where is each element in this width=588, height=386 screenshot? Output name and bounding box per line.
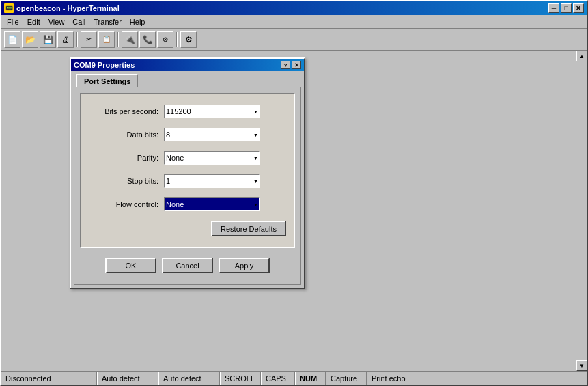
tab-strip: Port Settings: [71, 71, 304, 87]
toolbar-hangup[interactable]: ⊗: [157, 31, 173, 48]
toolbar-dial[interactable]: 📞: [139, 31, 156, 48]
maximize-button[interactable]: □: [561, 3, 572, 13]
status-scroll: SCROLL: [220, 372, 261, 385]
flow-control-wrapper: None Xon / Xoff Hardware: [164, 197, 260, 211]
parity-select[interactable]: None Even Odd Mark Space: [164, 151, 260, 165]
flow-control-label: Flow control:: [89, 200, 164, 208]
ok-button[interactable]: OK: [105, 258, 156, 273]
menu-transfer[interactable]: Transfer: [89, 16, 126, 27]
com9-properties-dialog: COM9 Properties ? ✕ Port Settings Bits p…: [70, 57, 305, 289]
data-bits-select[interactable]: 5 6 7 8: [164, 128, 260, 141]
toolbar-open[interactable]: 📂: [22, 31, 38, 48]
form-panel: Bits per second: 110 300 600 1200 2400 4…: [80, 93, 295, 248]
dialog-title-buttons: ? ✕: [281, 61, 301, 69]
status-bar: Disconnected Auto detect Auto detect SCR…: [1, 371, 587, 385]
close-button[interactable]: ✕: [573, 3, 584, 13]
stop-bits-select[interactable]: 1 1.5 2: [164, 174, 260, 188]
scroll-up-btn[interactable]: ▲: [576, 51, 587, 61]
minimize-button[interactable]: ─: [548, 3, 559, 13]
data-bits-row: Data bits: 5 6 7 8: [89, 128, 286, 141]
status-auto-detect-2: Auto detect: [158, 372, 220, 385]
flow-control-select[interactable]: None Xon / Xoff Hardware: [164, 197, 260, 211]
toolbar-new[interactable]: 📄: [4, 31, 20, 48]
toolbar-cut[interactable]: ✂: [81, 31, 97, 48]
dialog-title: COM9 Properties: [74, 61, 135, 69]
toolbar-copy[interactable]: 📋: [98, 31, 115, 48]
menu-view[interactable]: View: [44, 16, 69, 27]
toolbar-sep-2: [117, 32, 119, 47]
bits-per-second-wrapper: 110 300 600 1200 2400 4800 9600 14400 19…: [164, 105, 260, 118]
status-print-echo: Print echo: [367, 372, 421, 385]
menu-call[interactable]: Call: [68, 16, 89, 27]
toolbar-sep-1: [76, 32, 78, 47]
bits-per-second-select[interactable]: 110 300 600 1200 2400 4800 9600 14400 19…: [164, 105, 260, 118]
toolbar-print[interactable]: 🖨: [57, 31, 74, 48]
dialog-buttons: OK Cancel Apply: [80, 253, 295, 279]
data-bits-wrapper: 5 6 7 8: [164, 128, 260, 141]
status-disconnected: Disconnected: [1, 372, 97, 385]
toolbar-save[interactable]: 💾: [40, 31, 56, 48]
right-scrollbar: ▲ ▼: [576, 51, 587, 371]
title-bar-left: 📟 openbeacon - HyperTerminal: [4, 3, 120, 13]
status-auto-detect-1: Auto detect: [97, 372, 158, 385]
toolbar-settings[interactable]: ⚙: [180, 31, 197, 48]
dialog-content: Bits per second: 110 300 600 1200 2400 4…: [74, 87, 301, 285]
parity-label: Parity:: [89, 154, 164, 162]
bits-per-second-label: Bits per second:: [89, 107, 164, 115]
main-window: 📟 openbeacon - HyperTerminal ─ □ ✕ File …: [0, 0, 588, 386]
restore-defaults-row: Restore Defaults: [89, 221, 286, 236]
app-icon: 📟: [4, 3, 14, 13]
stop-bits-wrapper: 1 1.5 2: [164, 174, 260, 188]
menu-help[interactable]: Help: [126, 16, 150, 27]
content-area: ▲ ▼ COM9 Properties ? ✕ Port Settings: [1, 51, 587, 371]
scroll-down-btn[interactable]: ▼: [576, 360, 587, 371]
toolbar-sep-3: [176, 32, 178, 47]
dialog-title-bar: COM9 Properties ? ✕: [71, 59, 304, 71]
toolbar: 📄 📂 💾 🖨 ✂ 📋 🔌 📞 ⊗ ⚙: [1, 29, 587, 51]
title-bar: 📟 openbeacon - HyperTerminal ─ □ ✕: [1, 1, 587, 15]
cancel-button[interactable]: Cancel: [162, 258, 213, 273]
toolbar-connect[interactable]: 🔌: [122, 31, 138, 48]
stop-bits-row: Stop bits: 1 1.5 2: [89, 174, 286, 188]
menu-edit[interactable]: Edit: [23, 16, 44, 27]
dialog-help-btn[interactable]: ?: [281, 61, 290, 69]
window-title: openbeacon - HyperTerminal: [16, 4, 120, 12]
apply-button[interactable]: Apply: [219, 258, 270, 273]
window-controls: ─ □ ✕: [548, 3, 584, 13]
stop-bits-label: Stop bits:: [89, 177, 164, 185]
flow-control-row: Flow control: None Xon / Xoff Hardware: [89, 197, 286, 211]
menu-bar: File Edit View Call Transfer Help: [1, 15, 587, 29]
parity-wrapper: None Even Odd Mark Space: [164, 151, 260, 165]
menu-file[interactable]: File: [3, 16, 23, 27]
status-num: NUM: [295, 372, 326, 385]
tab-port-settings[interactable]: Port Settings: [76, 74, 138, 87]
status-capture: Capture: [326, 372, 367, 385]
status-caps: CAPS: [261, 372, 295, 385]
restore-defaults-button[interactable]: Restore Defaults: [211, 221, 286, 236]
parity-row: Parity: None Even Odd Mark Space: [89, 151, 286, 165]
bits-per-second-row: Bits per second: 110 300 600 1200 2400 4…: [89, 105, 286, 118]
data-bits-label: Data bits:: [89, 130, 164, 139]
scroll-track: [576, 61, 587, 360]
dialog-close-btn[interactable]: ✕: [292, 61, 301, 69]
